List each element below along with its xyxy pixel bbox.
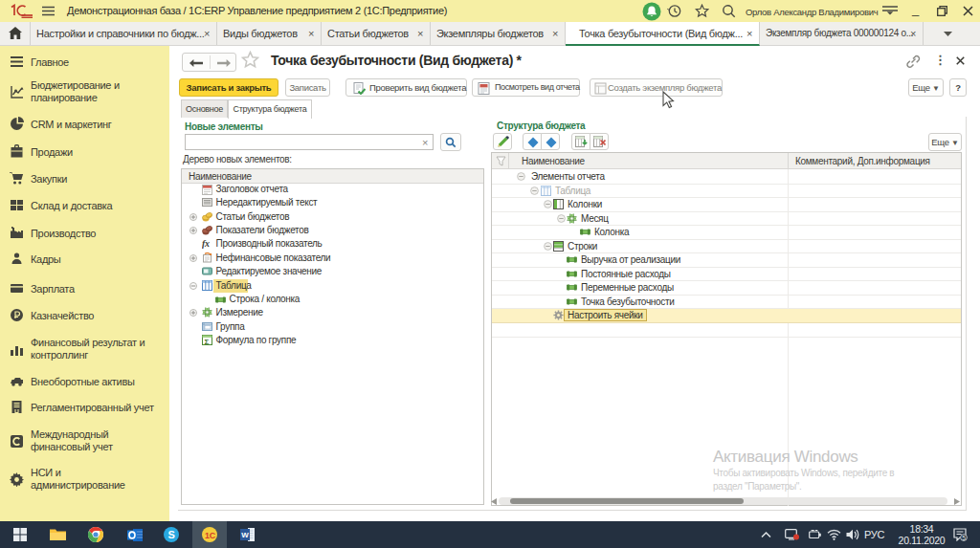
svg-text:1С: 1С [205,531,216,540]
svg-text:W: W [241,531,249,539]
svg-text:Σ: Σ [205,338,210,346]
svg-text:S: S [167,529,174,540]
svg-text:fx: fx [202,238,210,249]
